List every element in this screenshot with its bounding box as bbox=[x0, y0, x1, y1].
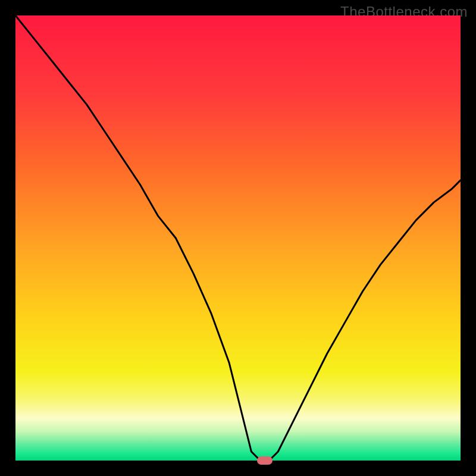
curve-layer bbox=[15, 15, 461, 461]
optimal-point-marker bbox=[257, 456, 273, 465]
plot-area bbox=[15, 15, 461, 461]
chart-stage: TheBottleneck.com bbox=[0, 0, 476, 476]
bottleneck-curve bbox=[15, 15, 461, 461]
